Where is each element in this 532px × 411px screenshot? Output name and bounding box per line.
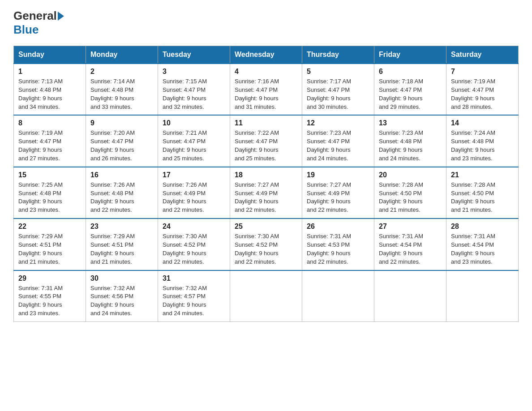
day-number: 1 <box>18 68 81 76</box>
day-info: Sunrise: 7:16 AMSunset: 4:47 PMDaylight:… <box>235 78 279 110</box>
calendar-cell: 4 Sunrise: 7:16 AMSunset: 4:47 PMDayligh… <box>230 64 302 115</box>
day-info: Sunrise: 7:28 AMSunset: 4:50 PMDaylight:… <box>379 181 423 214</box>
day-number: 25 <box>235 223 297 231</box>
calendar-cell: 3 Sunrise: 7:15 AMSunset: 4:47 PMDayligh… <box>158 64 230 115</box>
day-number: 18 <box>235 171 297 179</box>
calendar-cell: 13 Sunrise: 7:23 AMSunset: 4:48 PMDaylig… <box>374 115 446 167</box>
logo-blue-text: Blue <box>13 23 39 37</box>
day-number: 3 <box>163 68 225 76</box>
day-number: 4 <box>235 68 297 76</box>
page-header: General Blue <box>13 9 519 37</box>
day-info: Sunrise: 7:18 AMSunset: 4:47 PMDaylight:… <box>379 78 423 110</box>
day-number: 23 <box>90 223 153 231</box>
calendar-cell <box>374 270 446 322</box>
logo: General Blue <box>13 9 65 37</box>
column-header-friday: Friday <box>374 46 446 64</box>
day-info: Sunrise: 7:31 AMSunset: 4:53 PMDaylight:… <box>307 233 351 265</box>
day-info: Sunrise: 7:32 AMSunset: 4:56 PMDaylight:… <box>90 285 135 317</box>
calendar-cell <box>446 270 519 322</box>
day-info: Sunrise: 7:29 AMSunset: 4:51 PMDaylight:… <box>18 233 63 265</box>
day-number: 30 <box>90 274 153 283</box>
calendar-cell: 18 Sunrise: 7:27 AMSunset: 4:49 PMDaylig… <box>230 167 302 218</box>
column-header-wednesday: Wednesday <box>230 46 302 64</box>
logo-general-text: General <box>13 9 57 23</box>
calendar-cell: 29 Sunrise: 7:31 AMSunset: 4:55 PMDaylig… <box>14 270 86 322</box>
calendar-cell: 8 Sunrise: 7:19 AMSunset: 4:47 PMDayligh… <box>14 115 86 167</box>
day-info: Sunrise: 7:28 AMSunset: 4:50 PMDaylight:… <box>451 181 495 214</box>
calendar-cell: 31 Sunrise: 7:32 AMSunset: 4:57 PMDaylig… <box>158 270 230 322</box>
day-info: Sunrise: 7:22 AMSunset: 4:47 PMDaylight:… <box>235 129 279 162</box>
calendar-cell: 24 Sunrise: 7:30 AMSunset: 4:52 PMDaylig… <box>158 218 230 270</box>
calendar-cell: 2 Sunrise: 7:14 AMSunset: 4:48 PMDayligh… <box>86 64 158 115</box>
calendar-cell: 28 Sunrise: 7:31 AMSunset: 4:54 PMDaylig… <box>446 218 519 270</box>
day-number: 8 <box>18 119 81 127</box>
day-number: 13 <box>379 119 442 127</box>
day-number: 6 <box>379 68 442 76</box>
calendar-cell: 25 Sunrise: 7:30 AMSunset: 4:52 PMDaylig… <box>230 218 302 270</box>
calendar-cell: 23 Sunrise: 7:29 AMSunset: 4:51 PMDaylig… <box>86 218 158 270</box>
day-info: Sunrise: 7:21 AMSunset: 4:47 PMDaylight:… <box>163 129 207 162</box>
day-number: 26 <box>307 223 369 231</box>
calendar-cell: 16 Sunrise: 7:26 AMSunset: 4:48 PMDaylig… <box>86 167 158 218</box>
day-info: Sunrise: 7:23 AMSunset: 4:47 PMDaylight:… <box>307 129 351 162</box>
day-info: Sunrise: 7:30 AMSunset: 4:52 PMDaylight:… <box>163 233 207 265</box>
day-number: 21 <box>451 171 514 179</box>
calendar-cell: 26 Sunrise: 7:31 AMSunset: 4:53 PMDaylig… <box>302 218 374 270</box>
day-info: Sunrise: 7:23 AMSunset: 4:48 PMDaylight:… <box>379 129 423 162</box>
day-number: 28 <box>451 223 514 231</box>
day-info: Sunrise: 7:32 AMSunset: 4:57 PMDaylight:… <box>163 285 207 317</box>
header-row: SundayMondayTuesdayWednesdayThursdayFrid… <box>14 46 519 64</box>
calendar-cell: 15 Sunrise: 7:25 AMSunset: 4:48 PMDaylig… <box>14 167 86 218</box>
calendar-cell <box>230 270 302 322</box>
day-info: Sunrise: 7:14 AMSunset: 4:48 PMDaylight:… <box>90 78 135 110</box>
day-info: Sunrise: 7:26 AMSunset: 4:48 PMDaylight:… <box>90 181 135 214</box>
day-number: 15 <box>18 171 81 179</box>
day-info: Sunrise: 7:13 AMSunset: 4:48 PMDaylight:… <box>18 78 63 110</box>
calendar-cell: 11 Sunrise: 7:22 AMSunset: 4:47 PMDaylig… <box>230 115 302 167</box>
week-row-2: 8 Sunrise: 7:19 AMSunset: 4:47 PMDayligh… <box>14 115 519 167</box>
day-info: Sunrise: 7:20 AMSunset: 4:47 PMDaylight:… <box>90 129 135 162</box>
calendar-cell: 14 Sunrise: 7:24 AMSunset: 4:48 PMDaylig… <box>446 115 519 167</box>
day-info: Sunrise: 7:27 AMSunset: 4:49 PMDaylight:… <box>307 181 351 214</box>
calendar-cell <box>302 270 374 322</box>
day-number: 9 <box>90 119 153 127</box>
column-header-saturday: Saturday <box>446 46 519 64</box>
logo-triangle-icon <box>58 12 64 21</box>
calendar-cell: 10 Sunrise: 7:21 AMSunset: 4:47 PMDaylig… <box>158 115 230 167</box>
column-header-tuesday: Tuesday <box>158 46 230 64</box>
day-number: 20 <box>379 171 442 179</box>
day-info: Sunrise: 7:25 AMSunset: 4:48 PMDaylight:… <box>18 181 63 214</box>
day-number: 19 <box>307 171 369 179</box>
day-info: Sunrise: 7:19 AMSunset: 4:47 PMDaylight:… <box>451 78 495 110</box>
day-number: 7 <box>451 68 514 76</box>
day-number: 24 <box>163 223 225 231</box>
day-info: Sunrise: 7:17 AMSunset: 4:47 PMDaylight:… <box>307 78 351 110</box>
week-row-3: 15 Sunrise: 7:25 AMSunset: 4:48 PMDaylig… <box>14 167 519 218</box>
day-number: 29 <box>18 274 81 283</box>
day-info: Sunrise: 7:31 AMSunset: 4:54 PMDaylight:… <box>451 233 495 265</box>
day-number: 17 <box>163 171 225 179</box>
day-info: Sunrise: 7:27 AMSunset: 4:49 PMDaylight:… <box>235 181 279 214</box>
calendar-cell: 19 Sunrise: 7:27 AMSunset: 4:49 PMDaylig… <box>302 167 374 218</box>
calendar-cell: 17 Sunrise: 7:26 AMSunset: 4:49 PMDaylig… <box>158 167 230 218</box>
calendar-cell: 22 Sunrise: 7:29 AMSunset: 4:51 PMDaylig… <box>14 218 86 270</box>
calendar-cell: 20 Sunrise: 7:28 AMSunset: 4:50 PMDaylig… <box>374 167 446 218</box>
week-row-1: 1 Sunrise: 7:13 AMSunset: 4:48 PMDayligh… <box>14 64 519 115</box>
column-header-monday: Monday <box>86 46 158 64</box>
column-header-thursday: Thursday <box>302 46 374 64</box>
column-header-sunday: Sunday <box>14 46 86 64</box>
day-info: Sunrise: 7:26 AMSunset: 4:49 PMDaylight:… <box>163 181 207 214</box>
day-number: 31 <box>163 274 225 283</box>
calendar-cell: 21 Sunrise: 7:28 AMSunset: 4:50 PMDaylig… <box>446 167 519 218</box>
calendar-cell: 27 Sunrise: 7:31 AMSunset: 4:54 PMDaylig… <box>374 218 446 270</box>
calendar-cell: 6 Sunrise: 7:18 AMSunset: 4:47 PMDayligh… <box>374 64 446 115</box>
day-number: 11 <box>235 119 297 127</box>
week-row-4: 22 Sunrise: 7:29 AMSunset: 4:51 PMDaylig… <box>14 218 519 270</box>
day-info: Sunrise: 7:31 AMSunset: 4:54 PMDaylight:… <box>379 233 423 265</box>
calendar-cell: 7 Sunrise: 7:19 AMSunset: 4:47 PMDayligh… <box>446 64 519 115</box>
day-number: 22 <box>18 223 81 231</box>
week-row-5: 29 Sunrise: 7:31 AMSunset: 4:55 PMDaylig… <box>14 270 519 322</box>
calendar-cell: 5 Sunrise: 7:17 AMSunset: 4:47 PMDayligh… <box>302 64 374 115</box>
day-number: 5 <box>307 68 369 76</box>
day-number: 10 <box>163 119 225 127</box>
